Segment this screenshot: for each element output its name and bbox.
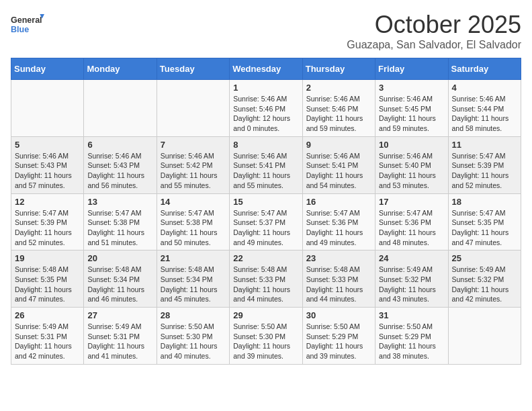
- day-info: Sunrise: 5:46 AM Sunset: 5:46 PM Dayligh…: [306, 94, 371, 134]
- day-number: 28: [161, 310, 226, 320]
- day-number: 14: [161, 197, 226, 207]
- day-info: Sunrise: 5:50 AM Sunset: 5:30 PM Dayligh…: [161, 322, 226, 361]
- day-info: Sunrise: 5:47 AM Sunset: 5:37 PM Dayligh…: [233, 208, 298, 248]
- calendar-cell: 15Sunrise: 5:47 AM Sunset: 5:37 PM Dayli…: [230, 193, 302, 250]
- logo: General Blue: [11, 11, 44, 38]
- day-info: Sunrise: 5:46 AM Sunset: 5:44 PM Dayligh…: [452, 94, 517, 134]
- calendar-cell: [157, 80, 229, 137]
- day-info: Sunrise: 5:48 AM Sunset: 5:33 PM Dayligh…: [306, 265, 371, 304]
- calendar-cell: 12Sunrise: 5:47 AM Sunset: 5:39 PM Dayli…: [11, 193, 84, 250]
- calendar-cell: 14Sunrise: 5:47 AM Sunset: 5:38 PM Dayli…: [157, 193, 229, 250]
- calendar-cell: 26Sunrise: 5:49 AM Sunset: 5:31 PM Dayli…: [11, 308, 84, 365]
- day-number: 13: [87, 197, 152, 207]
- day-number: 4: [452, 83, 517, 93]
- calendar-week-3: 12Sunrise: 5:47 AM Sunset: 5:39 PM Dayli…: [11, 193, 521, 250]
- day-info: Sunrise: 5:49 AM Sunset: 5:31 PM Dayligh…: [15, 322, 80, 361]
- day-number: 31: [379, 310, 444, 320]
- day-number: 15: [233, 197, 298, 207]
- calendar-cell: [448, 308, 521, 365]
- day-info: Sunrise: 5:48 AM Sunset: 5:35 PM Dayligh…: [15, 265, 80, 304]
- calendar-cell: 21Sunrise: 5:48 AM Sunset: 5:34 PM Dayli…: [157, 250, 229, 308]
- day-header-monday: Monday: [84, 58, 157, 80]
- day-info: Sunrise: 5:47 AM Sunset: 5:39 PM Dayligh…: [15, 208, 80, 248]
- day-number: 26: [15, 310, 80, 320]
- calendar-week-1: 1Sunrise: 5:46 AM Sunset: 5:46 PM Daylig…: [11, 80, 521, 137]
- day-number: 21: [161, 253, 226, 263]
- calendar-cell: 7Sunrise: 5:46 AM Sunset: 5:42 PM Daylig…: [157, 136, 229, 193]
- day-info: Sunrise: 5:46 AM Sunset: 5:41 PM Dayligh…: [233, 151, 298, 191]
- day-number: 2: [306, 83, 371, 93]
- day-info: Sunrise: 5:46 AM Sunset: 5:43 PM Dayligh…: [15, 151, 80, 191]
- calendar-cell: 27Sunrise: 5:49 AM Sunset: 5:31 PM Dayli…: [84, 308, 157, 365]
- location-title: Guazapa, San Salvador, El Salvador: [347, 39, 521, 51]
- calendar-week-5: 26Sunrise: 5:49 AM Sunset: 5:31 PM Dayli…: [11, 308, 521, 365]
- title-block: October 2025 Guazapa, San Salvador, El S…: [347, 11, 521, 51]
- day-info: Sunrise: 5:48 AM Sunset: 5:34 PM Dayligh…: [87, 265, 152, 304]
- calendar-cell: 5Sunrise: 5:46 AM Sunset: 5:43 PM Daylig…: [11, 136, 84, 193]
- day-header-friday: Friday: [375, 58, 448, 80]
- day-number: 18: [452, 197, 517, 207]
- day-header-tuesday: Tuesday: [157, 58, 229, 80]
- day-number: 25: [452, 253, 517, 263]
- day-info: Sunrise: 5:50 AM Sunset: 5:29 PM Dayligh…: [379, 322, 444, 361]
- day-info: Sunrise: 5:49 AM Sunset: 5:31 PM Dayligh…: [87, 322, 152, 361]
- day-number: 22: [233, 253, 298, 263]
- svg-text:General: General: [11, 15, 42, 25]
- day-number: 23: [306, 253, 371, 263]
- day-info: Sunrise: 5:46 AM Sunset: 5:40 PM Dayligh…: [379, 151, 444, 191]
- calendar-cell: 20Sunrise: 5:48 AM Sunset: 5:34 PM Dayli…: [84, 250, 157, 308]
- day-info: Sunrise: 5:49 AM Sunset: 5:32 PM Dayligh…: [452, 265, 517, 304]
- day-number: 27: [87, 310, 152, 320]
- calendar-cell: 30Sunrise: 5:50 AM Sunset: 5:29 PM Dayli…: [302, 308, 375, 365]
- calendar-cell: 24Sunrise: 5:49 AM Sunset: 5:32 PM Dayli…: [375, 250, 448, 308]
- day-number: 3: [379, 83, 444, 93]
- day-number: 7: [161, 140, 226, 150]
- calendar-cell: 6Sunrise: 5:46 AM Sunset: 5:43 PM Daylig…: [84, 136, 157, 193]
- calendar-cell: 2Sunrise: 5:46 AM Sunset: 5:46 PM Daylig…: [302, 80, 375, 137]
- calendar-cell: 31Sunrise: 5:50 AM Sunset: 5:29 PM Dayli…: [375, 308, 448, 365]
- day-info: Sunrise: 5:47 AM Sunset: 5:39 PM Dayligh…: [452, 151, 517, 191]
- calendar-cell: 13Sunrise: 5:47 AM Sunset: 5:38 PM Dayli…: [84, 193, 157, 250]
- day-number: 19: [15, 253, 80, 263]
- svg-text:Blue: Blue: [11, 25, 29, 34]
- day-info: Sunrise: 5:46 AM Sunset: 5:41 PM Dayligh…: [306, 151, 371, 191]
- day-info: Sunrise: 5:46 AM Sunset: 5:45 PM Dayligh…: [379, 94, 444, 134]
- calendar-cell: 25Sunrise: 5:49 AM Sunset: 5:32 PM Dayli…: [448, 250, 521, 308]
- day-info: Sunrise: 5:47 AM Sunset: 5:35 PM Dayligh…: [452, 208, 517, 248]
- day-number: 8: [233, 140, 298, 150]
- day-header-wednesday: Wednesday: [230, 58, 302, 80]
- calendar-cell: [84, 80, 157, 137]
- logo-svg: General Blue: [11, 11, 44, 38]
- day-info: Sunrise: 5:50 AM Sunset: 5:29 PM Dayligh…: [306, 322, 371, 361]
- day-info: Sunrise: 5:47 AM Sunset: 5:38 PM Dayligh…: [161, 208, 226, 248]
- day-header-saturday: Saturday: [448, 58, 521, 80]
- calendar-cell: 9Sunrise: 5:46 AM Sunset: 5:41 PM Daylig…: [302, 136, 375, 193]
- day-header-sunday: Sunday: [11, 58, 84, 80]
- month-title: October 2025: [347, 11, 521, 39]
- calendar-cell: 3Sunrise: 5:46 AM Sunset: 5:45 PM Daylig…: [375, 80, 448, 137]
- calendar-week-4: 19Sunrise: 5:48 AM Sunset: 5:35 PM Dayli…: [11, 250, 521, 308]
- calendar-cell: 8Sunrise: 5:46 AM Sunset: 5:41 PM Daylig…: [230, 136, 302, 193]
- calendar-cell: 23Sunrise: 5:48 AM Sunset: 5:33 PM Dayli…: [302, 250, 375, 308]
- day-number: 30: [306, 310, 371, 320]
- day-number: 24: [379, 253, 444, 263]
- day-number: 1: [233, 83, 298, 93]
- day-info: Sunrise: 5:49 AM Sunset: 5:32 PM Dayligh…: [379, 265, 444, 304]
- calendar-cell: 19Sunrise: 5:48 AM Sunset: 5:35 PM Dayli…: [11, 250, 84, 308]
- day-header-thursday: Thursday: [302, 58, 375, 80]
- day-number: 29: [233, 310, 298, 320]
- calendar-cell: 29Sunrise: 5:50 AM Sunset: 5:30 PM Dayli…: [230, 308, 302, 365]
- calendar-cell: [11, 80, 84, 137]
- calendar-cell: 11Sunrise: 5:47 AM Sunset: 5:39 PM Dayli…: [448, 136, 521, 193]
- day-info: Sunrise: 5:47 AM Sunset: 5:38 PM Dayligh…: [87, 208, 152, 248]
- calendar-cell: 22Sunrise: 5:48 AM Sunset: 5:33 PM Dayli…: [230, 250, 302, 308]
- calendar-cell: 16Sunrise: 5:47 AM Sunset: 5:36 PM Dayli…: [302, 193, 375, 250]
- calendar-cell: 10Sunrise: 5:46 AM Sunset: 5:40 PM Dayli…: [375, 136, 448, 193]
- day-number: 17: [379, 197, 444, 207]
- day-number: 12: [15, 197, 80, 207]
- calendar-cell: 18Sunrise: 5:47 AM Sunset: 5:35 PM Dayli…: [448, 193, 521, 250]
- calendar-cell: 4Sunrise: 5:46 AM Sunset: 5:44 PM Daylig…: [448, 80, 521, 137]
- calendar-header-row: SundayMondayTuesdayWednesdayThursdayFrid…: [11, 58, 521, 80]
- day-info: Sunrise: 5:48 AM Sunset: 5:33 PM Dayligh…: [233, 265, 298, 304]
- day-info: Sunrise: 5:50 AM Sunset: 5:30 PM Dayligh…: [233, 322, 298, 361]
